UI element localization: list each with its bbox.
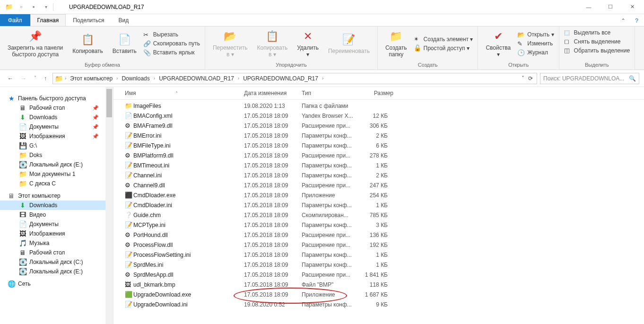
delete-button[interactable]: ✕Удалить ▾	[294, 28, 322, 59]
address-bar[interactable]: 📁 › Этот компьютер› Downloads› UPGRADEDO…	[52, 73, 537, 84]
sidebar-item[interactable]: 🎵Музыка	[0, 238, 113, 248]
sidebar-section[interactable]: 🌐Сеть	[0, 279, 113, 289]
file-row[interactable]: ❔Guide.chm17.05.2018 18:09Скомпилирован.…	[113, 210, 644, 220]
file-row[interactable]: 📝ProcessFlowSetting.ini17.05.2018 18:09П…	[113, 250, 644, 260]
file-row[interactable]: ⚙SprdMesApp.dll17.05.2018 18:09Расширени…	[113, 270, 644, 280]
addr-dropdown-icon[interactable]: ˅	[522, 75, 524, 82]
ribbon-minimize-icon[interactable]: ⌃	[621, 18, 626, 24]
cut-button[interactable]: ✂Вырезать	[143, 31, 200, 39]
select-none-button[interactable]: ◻Снять выделение	[564, 37, 630, 45]
scrollbar-thumb[interactable]	[106, 89, 112, 117]
breadcrumb-item[interactable]: Downloads	[120, 75, 151, 82]
edit-button[interactable]: ✎Изменить	[517, 40, 554, 48]
qat-dropdown[interactable]: ▾	[41, 2, 51, 12]
paste-shortcut-button[interactable]: 📎Вставить ярлык	[143, 49, 200, 57]
breadcrumb-item[interactable]: UPGRADEDOWNLOAD_R17	[157, 75, 236, 82]
sidebar-item[interactable]: 📁Мои документы 1	[0, 169, 113, 179]
search-placeholder: Поиск: UPGRADEDOWNLOA...	[543, 75, 624, 82]
file-row[interactable]: 📝BMError.ini17.05.2018 18:09Параметры ко…	[113, 131, 644, 140]
sidebar-item[interactable]: 🖥Рабочий стол	[0, 248, 113, 257]
sidebar-section[interactable]: 🖥Этот компьютер	[0, 191, 113, 201]
rename-button[interactable]: 📝Переименовать	[325, 32, 373, 55]
sidebar-item[interactable]: 🖼Изображения	[0, 229, 113, 238]
sidebar-item[interactable]: 💾G:\	[0, 141, 113, 150]
file-row[interactable]: 🟩UpgradeDownload.exe17.05.2018 18:09Прил…	[113, 289, 644, 299]
qat-item[interactable]: ▪	[28, 2, 39, 12]
refresh-icon[interactable]: ⟳	[528, 75, 533, 82]
file-row[interactable]: 📝BMTimeout.ini17.05.2018 18:09Параметры …	[113, 160, 644, 170]
sidebar-item[interactable]: 🖼Изображения📌	[0, 131, 113, 141]
file-row[interactable]: 📝BMFileType.ini17.05.2018 18:09Параметры…	[113, 140, 644, 150]
tab-file[interactable]: Файл	[0, 14, 30, 26]
col-type[interactable]: Тип	[302, 90, 363, 96]
copy-button[interactable]: 📋Копировать	[70, 32, 106, 55]
titlebar: 📁 ▫ ▪ ▾ UPGRADEDOWNLOAD_R17 — ☐ ✕	[0, 0, 644, 14]
breadcrumb-item[interactable]: Этот компьютер	[68, 75, 114, 82]
sidebar: ★Панель быстрого доступа🖥Рабочий стол📌⬇D…	[0, 87, 113, 324]
help-icon[interactable]: ?	[635, 18, 638, 24]
sidebar-item[interactable]: 💽Локальный диск (E:)	[0, 160, 113, 169]
group-label: Буфер обмена	[5, 62, 200, 69]
col-name[interactable]: Имя ˄	[125, 90, 244, 96]
file-row[interactable]: 📝SprdMes.ini17.05.2018 18:09Параметры ко…	[113, 260, 644, 270]
file-row[interactable]: ⚙ProcessFlow.dll17.05.2018 18:09Расширен…	[113, 240, 644, 250]
select-all-button[interactable]: ⬚Выделить все	[564, 28, 630, 36]
file-row[interactable]: 📝MCPType.ini17.05.2018 18:09Параметры ко…	[113, 220, 644, 230]
ribbon-tabs: Файл Главная Поделиться Вид ⌃ ?	[0, 14, 644, 26]
history-button[interactable]: 🕒Журнал	[517, 49, 554, 57]
moveto-button[interactable]: 📂Переместить в ▾	[210, 28, 251, 59]
search-icon: 🔍	[629, 75, 636, 82]
search-box[interactable]: Поиск: UPGRADEDOWNLOA... 🔍	[540, 73, 639, 84]
sidebar-item[interactable]: ⬇Downloads	[0, 201, 113, 210]
file-row[interactable]: 📁ImageFiles19.08.2020 1:13Папка с файлам…	[113, 101, 644, 111]
minimize-button[interactable]: —	[578, 0, 600, 14]
file-row[interactable]: 🖼udl_bkmark.bmp17.05.2018 18:09Файл "BMP…	[113, 280, 644, 289]
file-row[interactable]: ⚙Channel9.dll17.05.2018 18:09Расширение …	[113, 180, 644, 190]
file-row[interactable]: ⚙PortHound.dll17.05.2018 18:09Расширение…	[113, 230, 644, 240]
qat-item[interactable]: ▫	[16, 2, 26, 12]
file-row[interactable]: 📝Channel.ini17.05.2018 18:09Параметры ко…	[113, 170, 644, 180]
paste-button[interactable]: 📄Вставить	[110, 32, 139, 55]
sidebar-section[interactable]: ★Панель быстрого доступа	[0, 94, 113, 103]
open-button[interactable]: 📂Открыть ▾	[517, 31, 554, 39]
maximize-button[interactable]: ☐	[600, 0, 621, 14]
breadcrumb-item[interactable]: UPGRADEDOWNLOAD_R17	[241, 75, 320, 82]
sidebar-item[interactable]: 💽Локальный диск (E:)	[0, 267, 113, 276]
sidebar-item[interactable]: 💽Локальный диск (C:)	[0, 257, 113, 267]
back-button[interactable]: ←	[8, 75, 13, 82]
new-item-button[interactable]: ✴Создать элемент ▾	[414, 35, 473, 43]
sidebar-item[interactable]: 🖥Рабочий стол📌	[0, 103, 113, 113]
invert-selection-button[interactable]: ◫Обратить выделение	[564, 46, 630, 54]
col-date[interactable]: Дата изменения	[244, 90, 302, 96]
tab-view[interactable]: Вид	[111, 14, 136, 26]
window-title: UPGRADEDOWNLOAD_R17	[69, 4, 144, 10]
group-label: Выделить	[564, 62, 630, 69]
sidebar-item[interactable]: 📁Doks	[0, 150, 113, 160]
close-button[interactable]: ✕	[621, 0, 643, 14]
col-size[interactable]: Размер	[363, 90, 396, 96]
sidebar-item[interactable]: 🎞Видео	[0, 210, 113, 219]
properties-button[interactable]: ✔Свойства ▾	[483, 28, 513, 59]
file-row[interactable]: ⬛CmdDloader.exe17.05.2018 18:09Приложени…	[113, 190, 644, 200]
sidebar-item[interactable]: ⬇Downloads📌	[0, 113, 113, 122]
file-row[interactable]: 📄BMAConfig.xml17.05.2018 18:09Yandex Bro…	[113, 111, 644, 121]
copyto-button[interactable]: 📋Копировать в ▾	[254, 28, 291, 59]
scrollbar[interactable]	[105, 87, 113, 324]
file-list: Имя ˄ Дата изменения Тип Размер 📁ImageFi…	[113, 87, 644, 324]
forward-button[interactable]: →	[21, 75, 26, 82]
file-row[interactable]: 📝UpgradeDownload.ini19.08.2020 0:52Парам…	[113, 299, 644, 309]
pin-button[interactable]: 📌Закрепить на панели быстрого доступа	[5, 28, 66, 59]
sidebar-item[interactable]: 📄Документы	[0, 219, 113, 229]
tab-share[interactable]: Поделиться	[66, 14, 111, 26]
file-row[interactable]: ⚙BMAFrame9.dll17.05.2018 18:09Расширение…	[113, 121, 644, 131]
sidebar-item[interactable]: 📄Документы📌	[0, 122, 113, 131]
sidebar-item[interactable]: 📁С диска С	[0, 179, 113, 188]
easy-access-button[interactable]: 🔓Простой доступ ▾	[414, 44, 473, 52]
recent-button[interactable]: ˅	[34, 75, 36, 82]
new-folder-button[interactable]: 📁Создать папку	[383, 28, 410, 59]
copy-path-button[interactable]: 🔗Скопировать путь	[143, 40, 200, 48]
file-row[interactable]: 📝CmdDloader.ini17.05.2018 18:09Параметры…	[113, 200, 644, 210]
file-row[interactable]: ⚙BMPlatform9.dll17.05.2018 18:09Расширен…	[113, 150, 644, 160]
up-button[interactable]: ↑	[44, 75, 47, 82]
tab-home[interactable]: Главная	[30, 14, 66, 26]
